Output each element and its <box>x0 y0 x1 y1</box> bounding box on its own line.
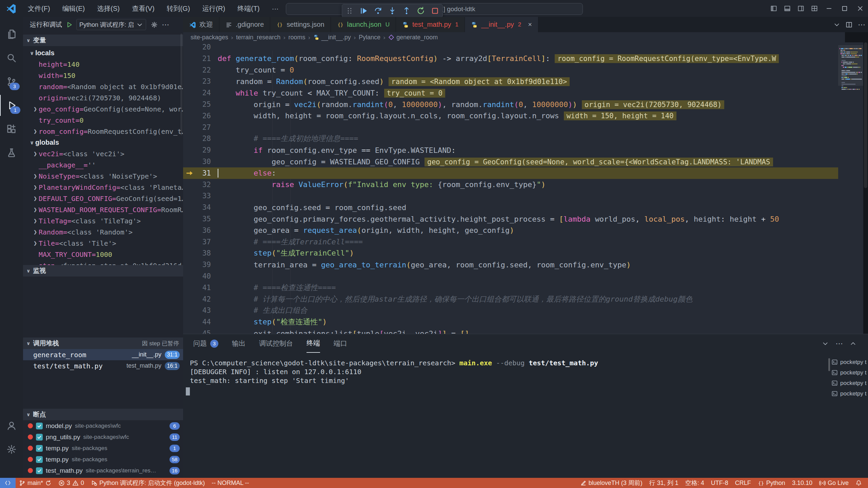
layout-sidebar-icon[interactable] <box>767 2 781 15</box>
breakpoint-checkbox[interactable] <box>36 456 43 463</box>
menu-item-V[interactable]: 查看(V) <box>126 2 161 15</box>
variable-row[interactable]: width = 150 <box>23 70 183 81</box>
chevron-down-icon[interactable] <box>822 340 829 347</box>
callstack-frame[interactable]: generate_room__init__.py31:1 <box>23 349 183 360</box>
tab-__init__py[interactable]: __init__.py2× <box>465 17 538 32</box>
tab-launchjson[interactable]: {}launch.jsonU <box>331 17 396 32</box>
more-actions-icon[interactable]: ⋯ <box>858 20 865 29</box>
menu-item-T[interactable]: 终端(T) <box>231 2 266 15</box>
menu-item-F[interactable]: 文件(F) <box>22 2 56 15</box>
breadcrumb-item[interactable]: __init__.py <box>313 34 351 41</box>
variable-row[interactable]: ❯geo_config = GeoConfig(seed=None, wor… <box>23 103 183 115</box>
callstack-section-header[interactable]: ∨调用堆栈因 step 已暂停 <box>23 338 183 349</box>
activity-settings[interactable] <box>0 439 23 460</box>
breadcrumb-item[interactable]: generate_room <box>388 34 438 41</box>
variable-row[interactable]: ❯DEFAULT_GEO_CONFIG = GeoConfig(seed=1… <box>23 193 183 204</box>
chevron-down-icon[interactable] <box>833 21 840 28</box>
panel-tab-输出[interactable]: 输出 <box>232 334 245 353</box>
layout-right-icon[interactable] <box>794 2 808 15</box>
statusbar-cursor-position[interactable]: 行 31, 列 1 <box>646 478 682 488</box>
continue-icon[interactable] <box>360 7 368 15</box>
variable-row[interactable]: ❯PlanetaryWindConfig = <class 'Planeta… <box>23 182 183 193</box>
statusbar-indentation[interactable]: 空格: 4 <box>682 478 708 488</box>
layout-panel-icon[interactable] <box>781 2 794 15</box>
minimap[interactable] <box>838 42 863 334</box>
variable-row[interactable]: ❯WASTELAND_ROOM_REQUEST_CONFIG = RoomR… <box>23 204 183 215</box>
panel-scrollbar[interactable] <box>828 358 830 371</box>
breakpoint-row[interactable]: temp.pysite-packages58 <box>23 454 183 465</box>
statusbar-language-mode[interactable]: {}Python <box>754 478 789 488</box>
gear-icon[interactable] <box>151 21 158 28</box>
code-line-43[interactable]: 43 # 生成出口组合 <box>183 305 838 316</box>
code-line-37[interactable]: 37 # ====生成TerrainCell==== <box>183 236 838 248</box>
variable-row[interactable]: try_count = 0 <box>23 115 183 126</box>
variable-row[interactable]: ❯Random = <class 'Random'> <box>23 226 183 238</box>
terminal-instance[interactable]: pocketpy te… <box>831 378 867 388</box>
panel-tab-调试控制台[interactable]: 调试控制台 <box>259 334 293 353</box>
breadcrumb-item[interactable]: rooms <box>289 34 305 41</box>
terminal-instance[interactable]: pocketpy te… <box>831 367 867 378</box>
variable-row[interactable]: origin = vec2i(7205730, 9024468) <box>23 92 183 103</box>
breakpoint-checkbox[interactable] <box>36 423 43 429</box>
code-line-34[interactable]: 34 geo_config.seed = room_config.seed <box>183 202 838 213</box>
sidebar-scrollbar[interactable] <box>180 34 182 135</box>
statusbar-debug-session[interactable]: Python 调试程序: 启动文件 (godot-ldtk) <box>87 478 208 488</box>
menu-item-E[interactable]: 编辑(E) <box>56 2 91 15</box>
close-window-button[interactable] <box>852 0 868 17</box>
restart-icon[interactable] <box>417 7 425 15</box>
activity-explorer[interactable] <box>0 24 23 45</box>
variable-row[interactable]: ❯vec2i = <class 'vec2i'> <box>23 148 183 159</box>
code-line-33[interactable]: 33 <box>183 190 838 202</box>
maximize-panel-icon[interactable] <box>850 340 856 347</box>
code-line-32[interactable]: 32 raise ValueError(f"Invalid env type: … <box>183 179 838 190</box>
activity-testing[interactable] <box>0 142 23 163</box>
debug-toolbar[interactable] <box>342 4 443 18</box>
statusbar-go-live[interactable]: Go Live <box>816 478 852 488</box>
breadcrumb-item[interactable]: site-packages <box>191 34 228 41</box>
variable-row[interactable]: ❯room_config = RoomRequestConfig(env_t… <box>23 126 183 137</box>
variable-row[interactable]: ❯NoiseType = <class 'NoiseType'> <box>23 170 183 182</box>
breakpoint-checkbox[interactable] <box>36 434 43 441</box>
tab-test_mathpy[interactable]: test_math.py1 <box>396 17 465 32</box>
split-editor-icon[interactable] <box>846 21 852 28</box>
panel-tab-端口[interactable]: 端口 <box>334 334 347 353</box>
breadcrumb-item[interactable]: Pylance <box>359 34 380 41</box>
code-line-35[interactable]: 35 geo_config.primary_forces.geothermal_… <box>183 213 838 225</box>
breakpoints-section-header[interactable]: ∨断点 <box>23 409 183 420</box>
breakpoint-row[interactable]: test_math.pysite-packages\terrain_res…16 <box>23 465 183 476</box>
variable-row[interactable]: MAX_TRY_COUNT = 1000 <box>23 249 183 260</box>
variables-section-header[interactable]: ∨变量 <box>23 35 183 46</box>
editor-scrollbar[interactable] <box>864 42 867 188</box>
tab-settingsjson[interactable]: {}settings.json <box>270 17 331 32</box>
minimize-button[interactable] <box>821 0 837 17</box>
code-line-24[interactable]: 24 while try_count < MAX_TRY_COUNT:try_c… <box>183 87 838 99</box>
variable-row[interactable]: random = <Random object at 0x1bf9d01e… <box>23 81 183 92</box>
step-into-icon[interactable] <box>388 7 396 15</box>
step-over-icon[interactable] <box>374 7 382 15</box>
variable-row[interactable]: height = 140 <box>23 59 183 70</box>
breakpoint-row[interactable]: model.pysite-packages\wfc6 <box>23 420 183 431</box>
code-line-26[interactable]: 26 width, height = room_config.layout.n_… <box>183 110 838 122</box>
code-line-36[interactable]: 36 geo_area = request_area(origin, width… <box>183 225 838 236</box>
code-line-25[interactable]: 25 origin = vec2i(random.randint(0, 1000… <box>183 99 838 110</box>
terminal-output[interactable]: PS C:\computer_science\godot-ldtk\site-p… <box>190 359 827 385</box>
statusbar-encoding[interactable]: UTF-8 <box>708 478 732 488</box>
breakpoint-checkbox[interactable] <box>36 445 43 452</box>
tab-gdignore[interactable]: .gdignore <box>219 17 270 32</box>
code-line-22[interactable]: 22 try_count = 0 <box>183 64 838 76</box>
callstack-frame[interactable]: test/test_math.pytest_math.py16:1 <box>23 360 183 371</box>
terminal-instance[interactable]: pocketpy te… <box>831 388 867 399</box>
activity-run-and-debug[interactable]: 1 <box>0 95 24 116</box>
variable-row[interactable]: ❯Tile = <class 'Tile'> <box>23 238 183 249</box>
code-line-38[interactable]: 38 step("生成TerrainCell") <box>183 247 838 259</box>
maximize-button[interactable] <box>837 0 852 17</box>
statusbar-problems[interactable]: 30 <box>55 478 87 488</box>
menu-item-R[interactable]: 运行(R) <box>196 2 231 15</box>
code-line-23[interactable]: 23 random = Random(room_config.seed)rand… <box>183 76 838 87</box>
activity-extensions[interactable] <box>0 119 23 140</box>
more-actions-icon[interactable]: ⋯ <box>162 20 169 29</box>
stop-icon[interactable] <box>431 7 439 15</box>
statusbar-gitlens-blame[interactable]: blueloveTH (3 周前) <box>577 478 646 488</box>
scope-row[interactable]: ∨globals <box>23 137 183 148</box>
activity-search[interactable] <box>0 47 23 68</box>
